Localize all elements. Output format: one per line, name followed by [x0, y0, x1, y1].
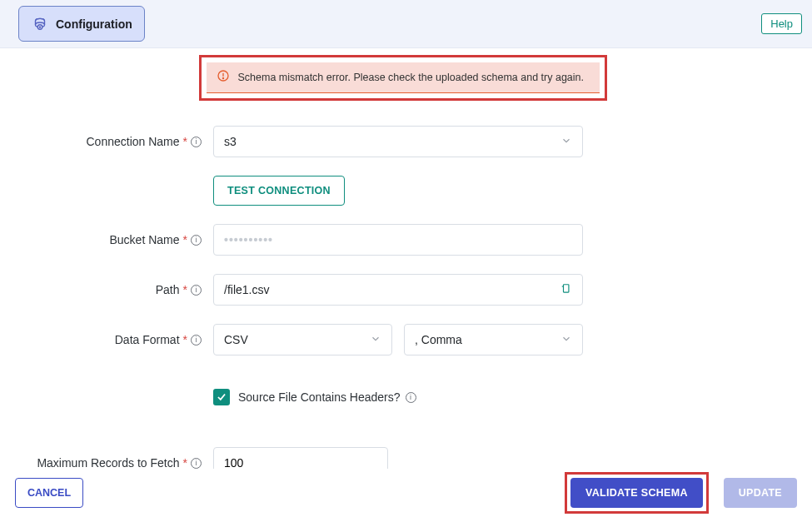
data-format-value: CSV — [224, 333, 248, 346]
content-area: Schema mismatch error. Please check the … — [0, 48, 812, 469]
info-icon[interactable]: i — [191, 458, 202, 469]
connection-select[interactable]: s3 — [213, 126, 583, 157]
info-icon[interactable]: i — [191, 335, 202, 345]
bucket-value: •••••••••• — [224, 233, 273, 246]
svg-rect-3 — [564, 284, 569, 291]
required-asterisk: * — [183, 233, 187, 246]
label-path-text: Path — [156, 283, 180, 296]
row-headers-checkbox: Source File Contains Headers? i — [15, 374, 790, 429]
path-value: /file1.csv — [224, 283, 269, 296]
headers-checkbox-label: Source File Contains Headers? i — [238, 390, 416, 404]
footer-right-group: VALIDATE SCHEMA UPDATE — [565, 472, 797, 514]
required-asterisk: * — [183, 456, 187, 470]
row-path: Path * i /file1.csv — [15, 274, 790, 306]
connection-value: s3 — [224, 135, 237, 148]
validate-schema-button[interactable]: VALIDATE SCHEMA — [570, 478, 703, 508]
warning-icon — [217, 69, 230, 86]
label-bucket-text: Bucket Name — [110, 233, 180, 246]
top-bar: Configuration Help — [0, 0, 812, 48]
label-data-format-text: Data Format — [115, 333, 180, 346]
configuration-label: Configuration — [56, 17, 132, 31]
chevron-down-icon — [560, 135, 572, 149]
row-bucket: Bucket Name * i •••••••••• — [15, 224, 790, 256]
footer-bar: CANCEL VALIDATE SCHEMA UPDATE — [0, 469, 812, 517]
error-alert: Schema mismatch error. Please check the … — [207, 62, 600, 93]
data-format-select[interactable]: CSV — [213, 324, 392, 355]
configuration-icon — [31, 13, 49, 34]
required-asterisk: * — [183, 135, 187, 148]
svg-point-2 — [222, 77, 223, 78]
chevron-down-icon — [560, 333, 572, 347]
required-asterisk: * — [183, 333, 187, 346]
label-max-records-text: Maximum Records to Fetch — [37, 456, 179, 470]
label-data-format: Data Format* i — [15, 333, 213, 346]
delimiter-value: , Comma — [415, 333, 462, 346]
configuration-form: Connection Name * i s3 TEST CONNECTION — [15, 126, 790, 479]
label-bucket: Bucket Name * i — [15, 233, 213, 246]
delimiter-select[interactable]: , Comma — [404, 324, 583, 355]
label-max-records: Maximum Records to Fetch * i — [15, 456, 213, 470]
label-connection: Connection Name * i — [15, 135, 213, 148]
configuration-tag[interactable]: Configuration — [18, 6, 145, 42]
bucket-input[interactable]: •••••••••• — [213, 224, 583, 256]
alert-highlight: Schema mismatch error. Please check the … — [199, 55, 607, 101]
row-connection: Connection Name * i s3 — [15, 126, 790, 157]
alert-message: Schema mismatch error. Please check the … — [238, 72, 585, 83]
info-icon[interactable]: i — [191, 235, 202, 246]
path-input[interactable]: /file1.csv — [213, 274, 583, 306]
help-button[interactable]: Help — [761, 13, 802, 34]
required-asterisk: * — [183, 283, 187, 296]
label-connection-text: Connection Name — [86, 135, 179, 148]
test-connection-button[interactable]: TEST CONNECTION — [213, 176, 345, 206]
headers-checkbox[interactable] — [213, 389, 230, 405]
validate-highlight: VALIDATE SCHEMA — [565, 472, 709, 514]
update-button: UPDATE — [724, 478, 797, 508]
row-data-format: Data Format* i CSV , Comma — [15, 324, 790, 355]
label-path: Path * i — [15, 283, 213, 296]
cancel-button[interactable]: CANCEL — [15, 478, 83, 508]
file-browse-icon[interactable] — [560, 281, 572, 299]
info-icon[interactable]: i — [406, 392, 416, 403]
info-icon[interactable]: i — [191, 285, 202, 296]
headers-checkbox-text: Source File Contains Headers? — [238, 390, 401, 404]
info-icon[interactable]: i — [191, 137, 202, 147]
chevron-down-icon — [370, 333, 381, 347]
row-test-connection: TEST CONNECTION — [15, 176, 790, 206]
